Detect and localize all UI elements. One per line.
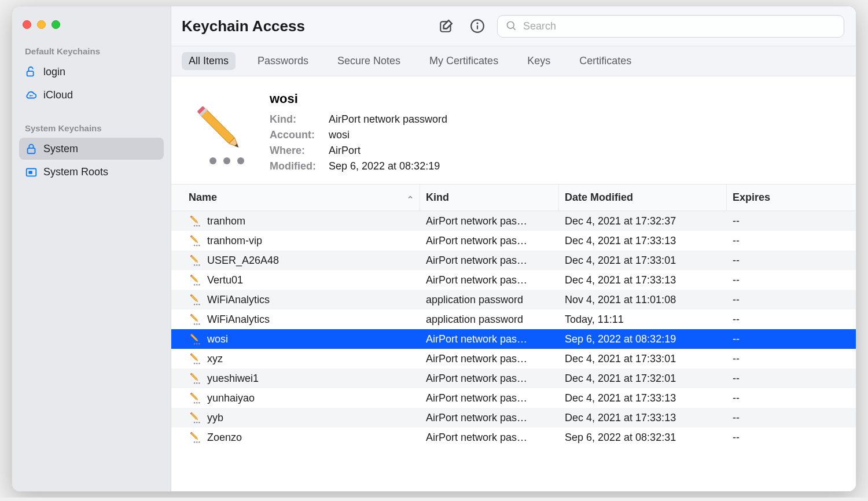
table-row[interactable]: Vertu01 AirPort network pas… Dec 4, 2021… bbox=[171, 270, 856, 290]
table-row[interactable]: yyb AirPort network pas… Dec 4, 2021 at … bbox=[171, 408, 856, 428]
password-item-icon bbox=[189, 234, 201, 247]
password-item-icon bbox=[189, 431, 201, 444]
table-row[interactable]: Zoenzo AirPort network pas… Sep 6, 2022 … bbox=[171, 428, 856, 447]
row-expires: -- bbox=[727, 329, 856, 349]
detail-title: wosi bbox=[270, 91, 447, 106]
password-item-icon bbox=[189, 372, 201, 385]
detail-modified-value: Sep 6, 2022 at 08:32:19 bbox=[329, 160, 440, 172]
tab-passwords[interactable]: Passwords bbox=[251, 52, 315, 70]
svg-point-51 bbox=[196, 323, 197, 325]
svg-rect-4 bbox=[28, 171, 32, 174]
detail-modified: Modified: Sep 6, 2022 at 08:32:19 bbox=[270, 160, 447, 172]
svg-point-38 bbox=[194, 284, 195, 285]
svg-point-80 bbox=[194, 422, 195, 423]
svg-point-44 bbox=[194, 304, 195, 305]
svg-rect-2 bbox=[28, 148, 35, 153]
compose-button[interactable] bbox=[435, 14, 458, 38]
tab-all-items[interactable]: All Items bbox=[182, 52, 236, 70]
row-kind: AirPort network pas… bbox=[420, 388, 559, 408]
table-row[interactable]: yueshiwei1 AirPort network pas… Dec 4, 2… bbox=[171, 369, 856, 388]
row-kind: AirPort network pas… bbox=[420, 329, 559, 349]
sidebar-item-label: iCloud bbox=[43, 89, 73, 101]
row-name: USER_A26A48 bbox=[207, 255, 279, 267]
column-header-date[interactable]: Date Modified bbox=[559, 185, 727, 211]
row-date: Today, 11:11 bbox=[559, 310, 727, 329]
svg-point-58 bbox=[198, 343, 200, 344]
row-kind: AirPort network pas… bbox=[420, 211, 559, 231]
sidebar-item-label: login bbox=[43, 66, 65, 78]
password-item-icon bbox=[189, 215, 201, 227]
svg-point-63 bbox=[196, 363, 197, 364]
row-name: WiFiAnalytics bbox=[207, 294, 270, 306]
detail-kind: Kind: AirPort network password bbox=[270, 113, 447, 126]
row-kind: AirPort network pas… bbox=[420, 369, 559, 388]
row-kind: AirPort network pas… bbox=[420, 408, 559, 428]
svg-point-26 bbox=[194, 245, 195, 246]
svg-point-82 bbox=[198, 422, 200, 423]
sidebar-item-login[interactable]: login bbox=[19, 61, 164, 83]
search-field[interactable] bbox=[497, 15, 844, 38]
table-row[interactable]: wosi AirPort network pas… Sep 6, 2022 at… bbox=[171, 329, 856, 349]
sidebar-item-icloud[interactable]: iCloud bbox=[19, 84, 164, 106]
svg-rect-9 bbox=[200, 108, 235, 143]
table-row[interactable]: WiFiAnalytics application password Nov 4… bbox=[171, 290, 856, 310]
info-button[interactable] bbox=[466, 14, 489, 38]
sidebar-section-default: Default Keychains bbox=[19, 43, 164, 60]
svg-point-86 bbox=[194, 441, 195, 443]
toolbar: Keychain Access bbox=[171, 6, 856, 46]
row-date: Dec 4, 2021 at 17:33:13 bbox=[559, 388, 727, 408]
sort-ascending-icon bbox=[407, 191, 414, 204]
row-date: Dec 4, 2021 at 17:33:01 bbox=[559, 250, 727, 270]
column-header-name[interactable]: Name bbox=[171, 185, 420, 211]
tab-secure-notes[interactable]: Secure Notes bbox=[330, 52, 407, 70]
sidebar-item-system[interactable]: System bbox=[19, 138, 164, 160]
table-row[interactable]: WiFiAnalytics application password Today… bbox=[171, 310, 856, 329]
tab-certificates[interactable]: Certificates bbox=[572, 52, 638, 70]
column-header-kind[interactable]: Kind bbox=[420, 185, 559, 211]
row-name: tranhom-vip bbox=[207, 235, 262, 247]
minimize-window-button[interactable] bbox=[37, 20, 46, 29]
sidebar-item-system-roots[interactable]: System Roots bbox=[19, 161, 164, 183]
close-window-button[interactable] bbox=[23, 20, 31, 29]
svg-point-33 bbox=[196, 264, 197, 266]
svg-point-52 bbox=[198, 323, 200, 325]
zoom-window-button[interactable] bbox=[52, 20, 60, 29]
row-expires: -- bbox=[727, 408, 856, 428]
category-tabs: All Items Passwords Secure Notes My Cert… bbox=[171, 46, 856, 76]
table-body: tranhom AirPort network pas… Dec 4, 2021… bbox=[171, 211, 856, 491]
password-item-icon bbox=[189, 313, 201, 326]
svg-point-20 bbox=[194, 225, 195, 226]
detail-account-label: Account: bbox=[270, 129, 323, 141]
cloud-icon bbox=[25, 89, 38, 101]
row-name: yunhaiyao bbox=[207, 392, 255, 404]
password-large-icon bbox=[185, 89, 255, 172]
table-row[interactable]: xyz AirPort network pas… Dec 4, 2021 at … bbox=[171, 349, 856, 369]
row-kind: application password bbox=[420, 310, 559, 329]
svg-point-46 bbox=[198, 304, 200, 305]
tab-my-certificates[interactable]: My Certificates bbox=[422, 52, 505, 70]
table-row[interactable]: tranhom-vip AirPort network pas… Dec 4, … bbox=[171, 231, 856, 250]
column-header-expires[interactable]: Expires bbox=[727, 185, 856, 211]
sidebar: Default Keychains login iCloud System Ke… bbox=[12, 6, 171, 491]
password-item-icon bbox=[189, 274, 201, 286]
row-date: Dec 4, 2021 at 17:32:37 bbox=[559, 211, 727, 231]
table-row[interactable]: USER_A26A48 AirPort network pas… Dec 4, … bbox=[171, 250, 856, 270]
detail-where-value: AirPort bbox=[329, 145, 361, 157]
row-date: Sep 6, 2022 at 08:32:19 bbox=[559, 329, 727, 349]
row-expires: -- bbox=[727, 270, 856, 290]
detail-where-label: Where: bbox=[270, 145, 323, 157]
table-row[interactable]: yunhaiyao AirPort network pas… Dec 4, 20… bbox=[171, 388, 856, 408]
search-input[interactable] bbox=[523, 20, 836, 32]
tab-keys[interactable]: Keys bbox=[520, 52, 557, 70]
lock-icon bbox=[25, 142, 38, 155]
table-row[interactable]: tranhom AirPort network pas… Dec 4, 2021… bbox=[171, 211, 856, 231]
detail-panel: wosi Kind: AirPort network password Acco… bbox=[171, 76, 856, 184]
password-item-icon bbox=[189, 392, 201, 404]
detail-account-value: wosi bbox=[329, 129, 350, 141]
row-name: WiFiAnalytics bbox=[207, 314, 270, 326]
detail-where: Where: AirPort bbox=[270, 145, 447, 157]
svg-point-50 bbox=[194, 323, 195, 325]
row-name: yyb bbox=[207, 412, 223, 424]
certificate-stack-icon bbox=[25, 165, 38, 178]
keychain-access-window: Default Keychains login iCloud System Ke… bbox=[12, 6, 856, 492]
